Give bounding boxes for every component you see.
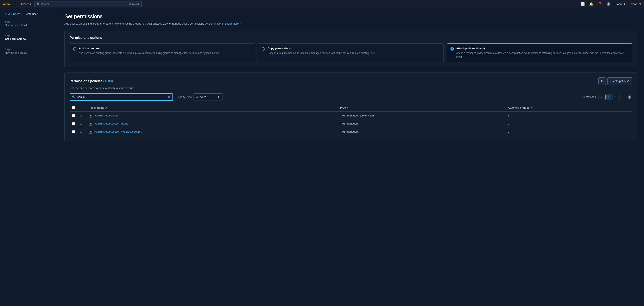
type-filter-wrap: Filter by Type All types ▼ (176, 93, 222, 101)
services-nav-link[interactable]: Services (20, 2, 31, 6)
row-1-expand-cell: ⊞ (78, 112, 86, 120)
notifications-bell-icon[interactable]: 🔔 (588, 1, 594, 7)
col-header-type[interactable]: Type ▼ (337, 104, 506, 112)
row-1-policy-name-cell: ▣ AdministratorAccess (86, 112, 337, 120)
user-menu[interactable]: Upmaru ▼ (628, 2, 642, 6)
row-1-checkbox[interactable] (72, 114, 75, 117)
row-3-checkbox[interactable] (72, 130, 75, 133)
type-filter-value: All types (196, 96, 206, 98)
policies-actions: ↻ Create policy ↗ (598, 78, 632, 85)
hamburger-menu-button[interactable]: ☰ (12, 1, 18, 7)
row-2-expand-icon[interactable]: ⊞ (80, 122, 82, 125)
region-selector[interactable]: Global ▼ (614, 2, 626, 6)
search-clear-button[interactable]: ✕ (168, 96, 170, 99)
row-1-attached-cell: 3 (506, 112, 632, 120)
breadcrumb-sep-2: › (21, 12, 22, 16)
row-3-attached-text: 0 (508, 130, 509, 133)
nav-right-actions: ⬜ 🔔 ❓ ⚙️ Global ▼ Upmaru ▼ (580, 1, 642, 7)
permissions-options-card: Permissions options Add user to group Ad… (64, 31, 638, 67)
page-title: Set permissions (64, 13, 638, 20)
global-search-input[interactable] (41, 2, 128, 6)
pagination: 38 matches ‹ 1 2 › ⚙️ (582, 94, 632, 100)
row-1-expand-icon[interactable]: ⊞ (80, 114, 82, 117)
breadcrumb-sep-1: › (11, 12, 12, 16)
option-add-to-group[interactable]: Add user to group Add user to an existin… (70, 43, 255, 62)
policy-search-input[interactable] (77, 96, 166, 98)
type-filter-select[interactable]: All types ▼ (194, 93, 222, 101)
radio-copy-permissions (262, 47, 265, 50)
col-header-checkbox (70, 104, 78, 112)
step-divider-2 (5, 44, 53, 45)
col-header-policy-name[interactable]: Policy name ↗ ▲ (86, 104, 337, 112)
type-filter-chevron-down-icon: ▼ (217, 96, 220, 98)
page-1-button[interactable]: 1 (606, 94, 611, 100)
row-2-type-cell: AWS managed (337, 120, 506, 128)
row-2-policy-link[interactable]: AdministratorAccess-Amplify (94, 122, 128, 125)
select-all-checkbox[interactable] (72, 106, 75, 109)
radio-inner-dot (452, 48, 453, 50)
create-policy-button[interactable]: Create policy ↗ (608, 78, 632, 85)
attached-header-text: Attached entities (508, 106, 530, 109)
option-3-content: Attach policies directly Attach a manage… (456, 47, 629, 59)
learn-more-link[interactable]: Learn more (225, 22, 238, 25)
row-1-policy-link[interactable]: AdministratorAccess (94, 114, 118, 117)
permissions-options-list: Add user to group Add user to an existin… (70, 43, 632, 62)
settings-gear-icon[interactable]: ⚙️ (606, 1, 612, 7)
breadcrumb-iam[interactable]: IAM (5, 12, 10, 16)
row-2-attached-cell: 0 (506, 120, 632, 128)
col-header-attached[interactable]: Attached entities ▼ (506, 104, 632, 112)
option-2-title: Copy permissions (268, 47, 375, 50)
filter-row: 🔍 ✕ Filter by Type All types ▼ 38 matche… (70, 93, 632, 101)
policies-title: Permissions policies (70, 79, 102, 83)
breadcrumb-current: Create user (24, 12, 38, 16)
row-1-type-cell: AWS managed - job function (337, 112, 506, 120)
next-page-button[interactable]: › (620, 94, 625, 100)
step-divider-1 (5, 31, 53, 31)
option-copy-permissions[interactable]: Copy permissions Copy all group membersh… (258, 43, 444, 62)
row-1-attached-link[interactable]: 3 (508, 114, 509, 117)
table-body: ⊞ ▣ AdministratorAccess AWS managed - jo… (70, 112, 632, 136)
filter-by-type-label: Filter by Type (176, 96, 192, 98)
table-settings-icon[interactable]: ⚙️ (626, 94, 632, 100)
row-2-policy-name-cell: ▣ AdministratorAccess-Amplify (86, 120, 337, 128)
policies-table: Policy name ↗ ▲ Type ▼ A (70, 104, 632, 136)
row-3-attached-cell: 0 (506, 128, 632, 136)
policies-header: Permissions policies (1188) ↻ Create pol… (70, 78, 632, 85)
page-2-button[interactable]: 2 (612, 94, 618, 100)
breadcrumb-users[interactable]: Users (13, 12, 20, 16)
row-3-checkbox-cell (70, 128, 78, 136)
policy-type-icon-1: ▣ (88, 114, 92, 118)
policies-count: (1188) (103, 79, 113, 83)
radio-add-to-group (73, 47, 76, 50)
row-2-attached-text: 0 (508, 122, 509, 125)
radio-attach-directly (450, 47, 454, 50)
option-attach-directly[interactable]: Attach policies directly Attach a manage… (447, 43, 632, 62)
create-policy-label: Create policy ↗ (610, 80, 629, 82)
refresh-button[interactable]: ↻ (598, 78, 606, 85)
row-2-checkbox-cell (70, 120, 78, 128)
help-circle-icon[interactable]: ❓ (597, 1, 603, 7)
row-3-policy-name-cell: ▣ AdministratorAccess-AWSElasticBean... (86, 128, 337, 136)
type-filter-icon: ▼ (346, 106, 349, 109)
page-subtitle: Add user to an existing group or create … (64, 22, 638, 26)
row-3-policy-link[interactable]: AdministratorAccess-AWSElasticBean... (94, 130, 142, 133)
option-2-content: Copy permissions Copy all group membersh… (268, 47, 375, 55)
row-3-expand-icon[interactable]: ⊞ (80, 130, 82, 133)
search-shortcut-hint: [Option+S] (128, 3, 139, 5)
matches-text: 38 matches (582, 96, 596, 98)
step-2-item: Step 2 Set permissions (5, 34, 53, 40)
terminal-icon-button[interactable]: ⬜ (580, 1, 586, 7)
breadcrumb: IAM › Users › Create user (5, 12, 53, 16)
policy-type-icon-3: ▣ (88, 130, 92, 134)
step-1-name[interactable]: Specify user details (5, 24, 53, 27)
main-content: Set permissions Add user to an existing … (58, 8, 644, 306)
option-1-desc: Add user to an existing group, or create… (79, 51, 220, 55)
policy-name-sort-icon: ▲ (108, 106, 110, 109)
prev-page-button[interactable]: ‹ (598, 94, 604, 100)
col-header-expand (78, 104, 86, 112)
row-2-checkbox[interactable] (72, 122, 75, 125)
table-header: Policy name ↗ ▲ Type ▼ A (70, 104, 632, 112)
option-3-title: Attach policies directly (456, 47, 629, 50)
step-3-label: Step 3 (5, 48, 53, 50)
step-1-item: Step 1 Specify user details (5, 20, 53, 27)
